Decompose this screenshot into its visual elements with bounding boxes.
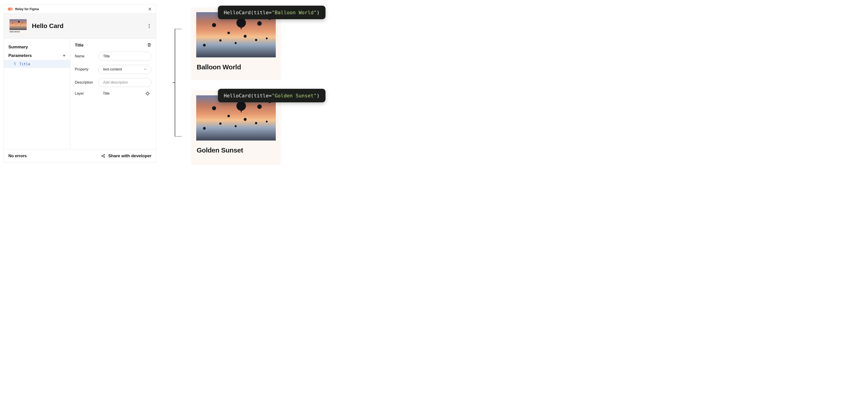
thumbnail-image	[9, 19, 27, 30]
code-val-1: "Balloon World"	[272, 10, 317, 15]
text-type-icon: T	[14, 62, 16, 66]
panel-footer: No errors Share with developer	[4, 149, 156, 162]
chevron-down-icon	[144, 68, 147, 71]
detail-header: Title	[75, 43, 151, 48]
field-label-description: Description	[75, 81, 95, 85]
code-chip-1: HelloCard(title="Balloon World")	[218, 6, 326, 19]
share-with-developer-button[interactable]: Share with developer	[101, 153, 151, 158]
field-label-property: Property	[75, 67, 95, 71]
panel-body: Summary Parameters + T Title Title	[4, 39, 156, 149]
share-label: Share with developer	[108, 153, 151, 158]
more-menu-icon[interactable]	[147, 23, 151, 29]
field-row-property: Property text-content	[75, 65, 151, 74]
plugin-header: Relay for Figma	[4, 5, 156, 13]
target-layer-icon[interactable]	[145, 91, 150, 96]
panel-sidebar: Summary Parameters + T Title	[4, 39, 70, 149]
svg-point-9	[102, 155, 103, 156]
svg-point-4	[147, 92, 149, 95]
delete-parameter-icon[interactable]	[147, 43, 151, 48]
close-icon[interactable]	[148, 7, 152, 11]
relay-plugin-panel: Relay for Figma Hello World Hello Card S…	[4, 4, 156, 163]
thumbnail-caption: Hello World	[9, 30, 27, 33]
sidebar-item-parameters[interactable]: Parameters +	[4, 51, 70, 60]
parameters-label: Parameters	[8, 53, 32, 58]
parameter-item-title[interactable]: T Title	[4, 60, 70, 68]
svg-line-12	[103, 155, 104, 156]
property-select[interactable]: text-content	[98, 65, 151, 74]
component-header-bar: Hello World Hello Card	[4, 13, 156, 39]
component-title: Hello Card	[32, 22, 64, 30]
svg-line-13	[103, 156, 104, 157]
field-row-layer: Layer Title	[75, 91, 151, 96]
field-label-layer: Layer	[75, 92, 95, 96]
field-row-description: Description Add description	[75, 78, 151, 87]
connector-bracket	[173, 29, 182, 136]
code-fn-2: HelloCard	[224, 93, 251, 98]
share-icon	[101, 154, 105, 158]
description-input[interactable]: Add description	[98, 78, 151, 87]
component-thumbnail: Hello World	[8, 18, 28, 34]
svg-point-11	[104, 157, 105, 157]
code-fn-1: HelloCard	[224, 10, 251, 15]
plugin-name: Relay for Figma	[15, 7, 39, 11]
field-label-name: Name	[75, 54, 95, 58]
status-text: No errors	[8, 154, 27, 158]
name-input[interactable]: Title	[98, 52, 151, 61]
code-val-2: "Golden Sunset"	[272, 93, 317, 98]
layer-value: Title	[98, 92, 142, 96]
code-arg-1: title	[254, 10, 269, 15]
parameter-item-label: Title	[19, 62, 30, 66]
field-row-name: Name Title	[75, 52, 151, 61]
code-chip-2: HelloCard(title="Golden Sunset")	[218, 89, 326, 102]
detail-heading: Title	[75, 43, 84, 48]
parameter-detail-pane: Title Name Title Property te	[70, 39, 156, 149]
preview-card-1-title: Balloon World	[196, 57, 276, 71]
plugin-header-left: Relay for Figma	[8, 7, 39, 11]
svg-point-10	[104, 154, 105, 155]
sidebar-item-summary[interactable]: Summary	[4, 43, 70, 51]
relay-logo-icon	[8, 7, 13, 11]
code-arg-2: title	[254, 93, 269, 98]
preview-card-2-title: Golden Sunset	[196, 140, 276, 154]
add-parameter-icon[interactable]: +	[63, 53, 66, 58]
